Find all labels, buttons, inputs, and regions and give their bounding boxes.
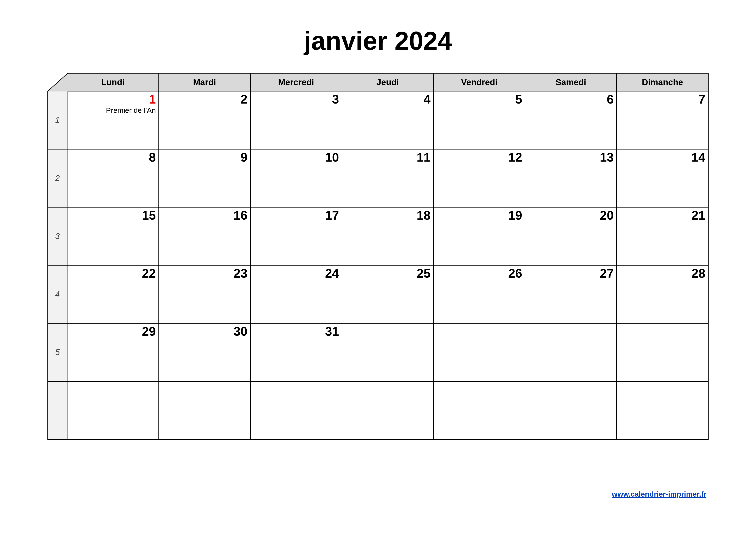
- day-cell: 18: [342, 207, 434, 265]
- day-cell: [434, 381, 525, 439]
- day-number: 13: [525, 151, 614, 164]
- week-number: 1: [48, 91, 67, 149]
- day-number: 25: [342, 267, 431, 280]
- page-title: janvier 2024: [47, 26, 709, 56]
- day-number: 3: [251, 93, 339, 106]
- day-number: 10: [251, 151, 339, 164]
- day-number: 28: [617, 267, 705, 280]
- header-lundi: Lundi: [67, 73, 159, 91]
- day-note: Premier de l'An: [68, 106, 156, 114]
- day-cell: [617, 324, 708, 381]
- day-cell: [525, 381, 617, 439]
- week-number: 5: [48, 324, 67, 381]
- day-number: 31: [251, 325, 339, 338]
- week-number: [48, 381, 67, 439]
- day-cell: [159, 381, 250, 439]
- day-number: 9: [159, 151, 248, 164]
- footer-link[interactable]: www.calendrier-imprimer.fr: [612, 490, 706, 498]
- day-cell: 5: [434, 91, 525, 149]
- day-cell: 11: [342, 149, 434, 207]
- day-cell: [617, 381, 708, 439]
- header-mardi: Mardi: [159, 73, 250, 91]
- week-number: 3: [48, 207, 67, 265]
- day-number: 2: [159, 93, 248, 106]
- header-dimanche: Dimanche: [617, 73, 708, 91]
- day-number: 1: [68, 93, 156, 106]
- day-cell: [525, 324, 617, 381]
- day-cell: 23: [159, 265, 250, 324]
- calendar-row: 422232425262728: [48, 265, 708, 324]
- day-cell: 30: [159, 324, 250, 381]
- day-cell: 13: [525, 149, 617, 207]
- day-cell: 24: [250, 265, 342, 324]
- day-number: 23: [159, 267, 248, 280]
- day-number: 20: [525, 209, 614, 222]
- day-number: 26: [434, 267, 522, 280]
- day-number: 6: [525, 93, 614, 106]
- day-cell: 28: [617, 265, 708, 324]
- day-number: 22: [68, 267, 156, 280]
- day-number: 24: [251, 267, 339, 280]
- day-cell: 8: [67, 149, 159, 207]
- day-number: 8: [68, 151, 156, 164]
- day-cell: 17: [250, 207, 342, 265]
- day-number: 18: [342, 209, 431, 222]
- day-cell: 20: [525, 207, 617, 265]
- day-cell: 14: [617, 149, 708, 207]
- header-jeudi: Jeudi: [342, 73, 434, 91]
- day-cell: 2: [159, 91, 250, 149]
- day-cell: 16: [159, 207, 250, 265]
- day-cell: 19: [434, 207, 525, 265]
- header-vendredi: Vendredi: [434, 73, 525, 91]
- day-number: 15: [68, 209, 156, 222]
- week-number: 4: [48, 265, 67, 324]
- calendar-row: 2891011121314: [48, 149, 708, 207]
- day-cell: [434, 324, 525, 381]
- day-cell: 12: [434, 149, 525, 207]
- day-number: 27: [525, 267, 614, 280]
- day-cell: 4: [342, 91, 434, 149]
- day-cell: 9: [159, 149, 250, 207]
- day-cell: 31: [250, 324, 342, 381]
- day-number: 19: [434, 209, 522, 222]
- day-number: 11: [342, 151, 431, 164]
- day-cell: 21: [617, 207, 708, 265]
- day-cell: 29: [67, 324, 159, 381]
- day-cell: 3: [250, 91, 342, 149]
- day-number: 21: [617, 209, 705, 222]
- day-number: 12: [434, 151, 522, 164]
- day-cell: 22: [67, 265, 159, 324]
- calendar-row: 315161718192021: [48, 207, 708, 265]
- day-cell: 1Premier de l'An: [67, 91, 159, 149]
- day-number: 4: [342, 93, 431, 106]
- day-number: 17: [251, 209, 339, 222]
- corner-cell: [48, 73, 67, 91]
- day-cell: 10: [250, 149, 342, 207]
- calendar-table: Lundi Mardi Mercredi Jeudi Vendredi Same…: [47, 73, 709, 440]
- calendar-row: 5293031: [48, 324, 708, 381]
- header-mercredi: Mercredi: [250, 73, 342, 91]
- day-cell: 27: [525, 265, 617, 324]
- day-number: 29: [68, 325, 156, 338]
- header-samedi: Samedi: [525, 73, 617, 91]
- day-number: 30: [159, 325, 248, 338]
- day-cell: 6: [525, 91, 617, 149]
- day-number: 14: [617, 151, 705, 164]
- day-number: 16: [159, 209, 248, 222]
- calendar-row: 11Premier de l'An234567: [48, 91, 708, 149]
- day-cell: [342, 381, 434, 439]
- day-cell: [250, 381, 342, 439]
- day-number: 5: [434, 93, 522, 106]
- day-cell: [342, 324, 434, 381]
- day-cell: 26: [434, 265, 525, 324]
- day-cell: 25: [342, 265, 434, 324]
- day-cell: 15: [67, 207, 159, 265]
- day-cell: [67, 381, 159, 439]
- day-number: 7: [617, 93, 705, 106]
- calendar-row: [48, 381, 708, 439]
- day-cell: 7: [617, 91, 708, 149]
- week-number: 2: [48, 149, 67, 207]
- header-row: Lundi Mardi Mercredi Jeudi Vendredi Same…: [48, 73, 708, 91]
